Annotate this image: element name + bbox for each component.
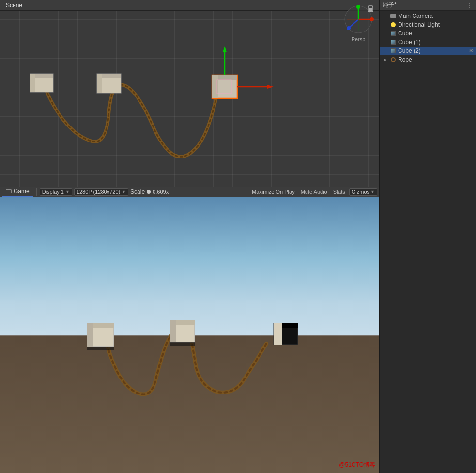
hierarchy-more-button[interactable]: ⋮: [466, 1, 473, 9]
scale-slider-dot[interactable]: [147, 190, 151, 194]
visibility-icon[interactable]: 👁: [469, 48, 474, 54]
svg-point-16: [370, 17, 374, 21]
display-label: Display 1: [42, 189, 64, 195]
hierarchy-item-cube[interactable]: Cube: [380, 29, 476, 38]
gizmos-dropdown[interactable]: Gizmos ▼: [349, 188, 377, 196]
resolution-label: 1280P (1280x720): [77, 189, 120, 195]
camera-icon: [390, 13, 397, 19]
svg-rect-2: [30, 74, 35, 92]
scene-rope-svg: [0, 0, 379, 187]
svg-rect-32: [170, 342, 195, 346]
game-tab-label: Game: [14, 188, 30, 195]
display-dropdown[interactable]: Display 1 ▼: [40, 188, 72, 196]
hierarchy-title: 绳子*: [383, 1, 397, 9]
resolution-arrow-icon: ▼: [122, 189, 126, 194]
scale-area: Scale 0.609x: [130, 189, 248, 195]
toolbar-sep-1: [36, 188, 37, 196]
svg-rect-27: [87, 323, 93, 347]
game-tab[interactable]: Game: [2, 187, 33, 197]
scene-gizmo: Persp: [341, 4, 375, 43]
hierarchy-items: Main Camera Directional Light Cube Cube …: [380, 11, 476, 473]
game-scene-svg: [0, 197, 379, 473]
display-arrow-icon: ▼: [65, 189, 70, 194]
persp-label: Persp: [352, 36, 366, 42]
game-tab-icon: [6, 189, 12, 193]
cube-icon-3: [390, 47, 397, 54]
svg-rect-36: [274, 323, 282, 345]
maximize-on-play-button[interactable]: Maximize On Play: [250, 189, 297, 195]
scene-view: Scene: [0, 0, 379, 187]
svg-point-18: [356, 5, 360, 9]
resolution-dropdown[interactable]: 1280P (1280x720) ▼: [74, 188, 128, 196]
rope-icon: [390, 56, 397, 63]
mute-audio-button[interactable]: Mute Audio: [299, 189, 329, 195]
svg-rect-24: [369, 8, 372, 12]
hierarchy-header: 绳子* ⋮: [380, 0, 476, 11]
scale-label: Scale: [130, 189, 145, 195]
expand-arrow-rope: ▶: [384, 57, 388, 62]
svg-marker-13: [267, 85, 274, 89]
cube-icon-1: [390, 30, 397, 37]
directional-light-label: Directional Light: [398, 21, 440, 28]
game-toolbar: Game Display 1 ▼ 1280P (1280x720) ▼ Scal…: [0, 187, 379, 197]
hierarchy-item-main-camera[interactable]: Main Camera: [380, 12, 476, 20]
cube-icon-2: [390, 39, 397, 46]
main-area: Scene: [0, 0, 379, 473]
svg-rect-28: [87, 347, 114, 350]
scale-value: 0.609x: [153, 189, 169, 195]
gizmos-arrow-icon: ▼: [370, 189, 375, 194]
svg-marker-11: [223, 46, 227, 52]
hierarchy-item-directional-light[interactable]: Directional Light: [380, 20, 476, 29]
cube-2-label: Cube (2): [398, 47, 421, 54]
rope-label: Rope: [398, 56, 412, 63]
hierarchy-item-cube-2[interactable]: Cube (2) 👁: [380, 47, 476, 55]
cube-label: Cube: [398, 30, 412, 37]
gizmo-svg: [343, 4, 374, 35]
stats-button[interactable]: Stats: [331, 189, 347, 195]
light-icon: [390, 21, 397, 28]
watermark: @51CTO博客: [339, 461, 375, 469]
hierarchy-item-rope[interactable]: ▶ Rope: [380, 55, 476, 64]
svg-rect-5: [97, 74, 102, 93]
game-canvas: @51CTO博客: [0, 197, 379, 473]
hierarchy-panel: 绳子* ⋮ Main Camera Directional Light Cub: [379, 0, 476, 473]
gizmos-label: Gizmos: [352, 189, 369, 195]
hierarchy-item-cube-1[interactable]: Cube (1): [380, 38, 476, 47]
main-camera-label: Main Camera: [398, 13, 433, 19]
svg-point-20: [347, 26, 351, 30]
game-view: @51CTO博客: [0, 197, 379, 473]
cube-1-label: Cube (1): [398, 39, 421, 46]
svg-rect-31: [170, 320, 176, 342]
